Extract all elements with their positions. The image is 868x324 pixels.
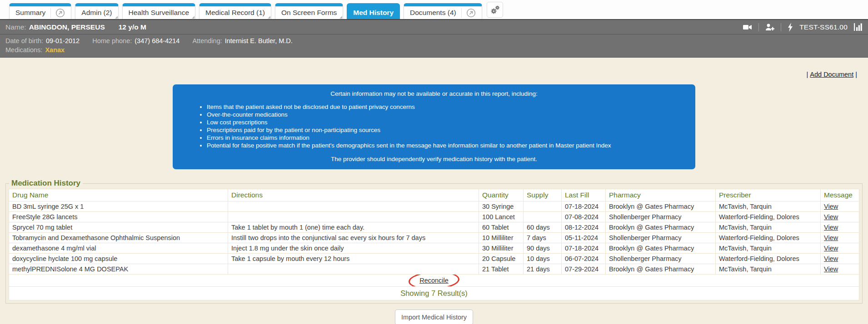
col-directions[interactable]: Directions [228, 189, 479, 201]
message-cell: View [821, 264, 859, 275]
supply-cell: 10 days [524, 254, 562, 264]
col-drug-name[interactable]: Drug Name [9, 189, 228, 201]
tab-health-surveillance-label: Health Surveillance [129, 9, 190, 17]
quantity-cell: 10 Milliliter [479, 233, 524, 243]
table-row: Tobramycin and Dexamethasone Ophthalmic … [9, 233, 859, 243]
notice-bullet: Items that the patient asked not be disc… [207, 103, 682, 111]
col-message[interactable]: Message [821, 189, 859, 201]
table-row: Sprycel 70 mg tablet Take 1 tablet by mo… [9, 222, 859, 233]
lightning-bolt-icon[interactable] [787, 23, 793, 32]
table-header-row: Drug Name Directions Quantity Supply Las… [9, 189, 859, 201]
directions-cell: Take 1 tablet by mouth 1 (one) time each… [228, 222, 479, 233]
notice-bullet: Prescriptions paid for by the patient or… [207, 126, 682, 134]
quantity-cell: 100 Lancet [479, 212, 524, 222]
prescriber-cell: McTavish, Tarquin [716, 243, 821, 254]
message-cell: View [821, 254, 859, 264]
table-row: dexamethasone 4 mg/ml vial Inject 1.8 mg… [9, 243, 859, 254]
directions-cell: Take 1 capsule by mouth every 12 hours [228, 254, 479, 264]
tab-admin[interactable]: Admin (2) [75, 3, 118, 19]
tab-on-screen-forms-label: On Screen Forms [281, 9, 337, 17]
patient-banner: Name: ABINGDON, PERSEUS 12 y/o M TEST-SS… [0, 19, 868, 34]
circle-arrow-icon [466, 8, 476, 18]
col-pharmacy[interactable]: Pharmacy [606, 189, 716, 201]
view-link[interactable]: View [824, 245, 838, 252]
view-link[interactable]: View [824, 224, 838, 231]
view-link[interactable]: View [824, 234, 838, 241]
import-medical-history-button[interactable]: Import Medical History [395, 309, 473, 324]
tab-summary[interactable]: Summary [9, 3, 71, 19]
quantity-cell: 21 Tablet [479, 264, 524, 275]
last-fill-cell: 07-08-2024 [562, 212, 606, 222]
prescriber-cell: McTavish, Tarquin [716, 201, 821, 212]
view-link[interactable]: View [824, 203, 838, 210]
tab-med-history-label: Med History [353, 9, 394, 17]
drug-name-cell: Sprycel 70 mg tablet [9, 222, 228, 233]
col-supply[interactable]: Supply [524, 189, 562, 201]
view-link[interactable]: View [824, 255, 838, 262]
details-row-1: Date of birth: 09-01-2012 Home phone: (3… [5, 37, 863, 44]
disclaimer-notice: Certain information may not be available… [173, 84, 695, 169]
tab-on-screen-forms[interactable]: On Screen Forms [275, 3, 343, 19]
settings-gear-button[interactable] [487, 2, 503, 18]
dob-label: Date of birth: [5, 37, 43, 44]
table-row: methylPREDNISolone 4 MG DOSEPAK 21 Table… [9, 264, 859, 275]
message-cell: View [821, 243, 859, 254]
attending-label: Attending: [192, 37, 222, 44]
col-last-fill[interactable]: Last Fill [562, 189, 606, 201]
supply-cell: 7 days [524, 233, 562, 243]
directions-cell [228, 212, 479, 222]
medication-history-table: Drug Name Directions Quantity Supply Las… [9, 189, 859, 300]
last-fill-cell: 07-18-2024 [562, 243, 606, 254]
reconcile-link[interactable]: Reconcile [419, 277, 449, 284]
tab-med-history[interactable]: Med History [347, 3, 400, 19]
divider [781, 23, 781, 31]
pharmacy-cell: Brooklyn @ Gates Pharmacy [606, 264, 716, 275]
external-link-icon[interactable] [461, 8, 476, 18]
tab-medical-record[interactable]: Medical Record (1) [199, 3, 271, 19]
details-row-2: Medications: Xanax [5, 46, 863, 54]
col-quantity[interactable]: Quantity [479, 189, 524, 201]
quantity-cell: 20 Capsule [479, 254, 524, 264]
view-link[interactable]: View [824, 213, 838, 221]
medications-value[interactable]: Xanax [45, 46, 65, 54]
notice-bullet: Low cost prescriptions [207, 118, 682, 126]
import-row: Import Medical History [0, 309, 868, 324]
message-cell: View [821, 222, 859, 233]
drug-name-cell: methylPREDNISolone 4 MG DOSEPAK [9, 264, 228, 275]
tab-health-surveillance[interactable]: Health Surveillance [122, 3, 196, 19]
supply-cell [524, 201, 562, 212]
message-cell: View [821, 201, 859, 212]
add-document-link[interactable]: Add Document [810, 71, 853, 78]
home-phone-value: (347) 684-4214 [135, 37, 180, 44]
drug-name-cell: dexamethasone 4 mg/ml vial [9, 243, 228, 254]
tab-documents[interactable]: Documents (4) [404, 3, 482, 19]
reconcile-cell: Reconcile [9, 275, 859, 287]
prescriber-cell: Waterford-Fielding, Dolores [716, 233, 821, 243]
external-link-icon[interactable] [50, 8, 65, 18]
supply-cell: 60 days [524, 222, 562, 233]
video-camera-icon[interactable] [743, 23, 753, 31]
message-cell: View [821, 212, 859, 222]
drug-name-cell: Tobramycin and Dexamethasone Ophthalmic … [9, 233, 228, 243]
quantity-cell: 30 Milliliter [479, 243, 524, 254]
drug-name-cell: doxycycline hyclate 100 mg capsule [9, 254, 228, 264]
pharmacy-cell: Shollenberger Pharmacy [606, 212, 716, 222]
table-row: FreeStyle 28G lancets 100 Lancet 07-08-2… [9, 212, 859, 222]
results-count: Showing 7 Result(s) [9, 287, 859, 300]
tab-medical-record-label: Medical Record (1) [205, 9, 265, 17]
medication-history-section: Medication History Drug Name Directions … [5, 179, 863, 304]
pharmacy-cell: Brooklyn @ Gates Pharmacy [606, 243, 716, 254]
pharmacy-cell: Brooklyn @ Gates Pharmacy [606, 201, 716, 212]
patient-name: ABINGDON, PERSEUS [29, 23, 105, 31]
last-fill-cell: 06-07-2024 [562, 254, 606, 264]
last-fill-cell: 07-18-2024 [562, 201, 606, 212]
circle-arrow-icon [55, 8, 65, 18]
notice-heading: Certain information may not be available… [186, 90, 682, 97]
view-link[interactable]: View [824, 265, 838, 273]
notice-bullet: Potential for false positive match if th… [207, 142, 682, 149]
add-person-icon[interactable] [765, 23, 775, 31]
bar-chart-icon[interactable] [853, 23, 863, 31]
col-prescriber[interactable]: Prescriber [716, 189, 821, 201]
notice-footer: The provider should independently verify… [186, 156, 682, 162]
tab-admin-label: Admin (2) [81, 9, 112, 17]
